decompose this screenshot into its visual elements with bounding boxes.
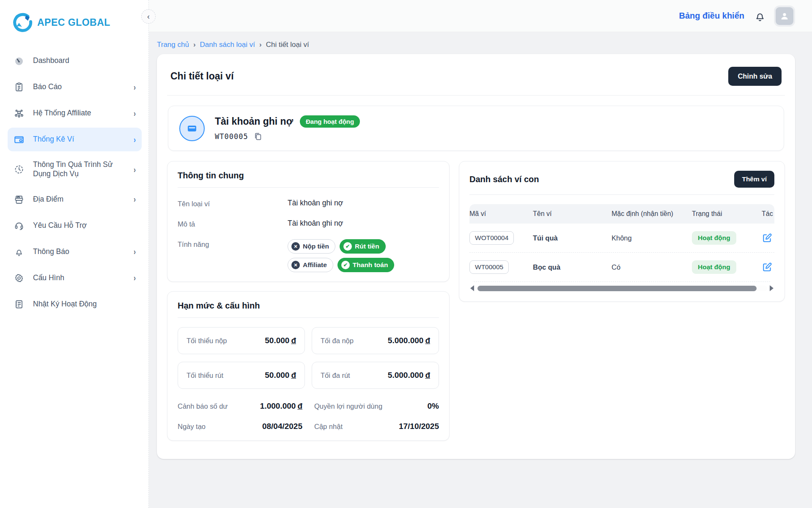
subwallets-table: Mã ví Tên ví Mặc định (nhận tiền) Trạng … — [469, 204, 774, 282]
limits-config-panel: Hạn mức & cấu hình Tối thiểu nộp 50.000đ… — [167, 291, 450, 441]
info-label: Tên loại ví — [178, 199, 288, 208]
breadcrumb-wallet-list-link[interactable]: Danh sách loại ví — [200, 41, 255, 49]
sidebar-item-cau-hinh[interactable]: Cấu Hình › — [8, 266, 142, 290]
scroll-right-arrow[interactable] — [770, 285, 774, 291]
limit-boxes: Tối thiểu nộp 50.000đ Tối đa nộp 5.000.0… — [178, 327, 439, 389]
edit-button[interactable]: Chỉnh sửa — [728, 67, 782, 86]
wallet-detail-card: Chi tiết loại ví Chỉnh sửa Tài khoản ghi… — [157, 54, 795, 459]
bell-icon — [14, 246, 25, 257]
chevron-left-icon: ‹ — [147, 12, 150, 21]
general-info-panel: Thông tin chung Tên loại ví Tài khoản gh… — [167, 161, 450, 282]
info-value: Tài khoản ghi nợ — [288, 219, 343, 228]
right-column: Danh sách ví con Thêm ví Mã ví Tên ví Mặ… — [459, 161, 785, 302]
scroll-left-arrow[interactable] — [470, 285, 474, 291]
content-columns: Thông tin chung Tên loại ví Tài khoản gh… — [167, 161, 785, 441]
clipboard-icon — [14, 82, 25, 93]
main-area: Bảng điều khiển Trang chủ › Danh sách lo… — [149, 0, 812, 508]
info-row-name: Tên loại ví Tài khoản ghi nợ — [178, 199, 439, 208]
subwallets-title: Danh sách ví con — [469, 175, 539, 184]
add-wallet-button[interactable]: Thêm ví — [734, 171, 774, 188]
breadcrumb-home-link[interactable]: Trang chủ — [157, 41, 189, 49]
chevron-right-icon: › — [134, 82, 136, 93]
limit-box-max-withdraw: Tối đa rút 5.000.000đ — [312, 362, 439, 389]
wallet-icon — [14, 134, 25, 145]
brand-logo-icon — [12, 13, 33, 32]
user-avatar[interactable] — [776, 7, 793, 25]
info-value: Tài khoản ghi nợ — [288, 199, 343, 208]
credit-card-icon — [186, 122, 198, 135]
sidebar-collapse-button[interactable]: ‹ — [141, 9, 156, 24]
network-icon — [14, 108, 25, 119]
info-row-features: Tính năng ✕ Nộp tiền ✔ Rút tiền — [178, 239, 439, 272]
x-circle-icon: ✕ — [291, 242, 300, 251]
sidebar-item-thong-tin-qua-trinh[interactable]: Thông Tin Quá Trình Sử Dụng Dịch Vụ › — [8, 154, 142, 185]
sidebar-item-label: Thông Tin Quá Trình Sử Dụng Dịch Vụ — [33, 160, 125, 179]
sidebar-item-bao-cao[interactable]: Báo Cáo › — [8, 75, 142, 99]
journal-icon — [14, 299, 25, 310]
notifications-bell-icon[interactable] — [754, 10, 766, 22]
sidebar-item-thong-ke-vi[interactable]: Thống Kê Ví › — [8, 128, 142, 151]
breadcrumb-current: Chi tiết loại ví — [266, 41, 309, 49]
wallet-name: Tài khoản ghi nợ — [215, 116, 293, 127]
sidebar-menu: Dashboard Báo Cáo › Hệ Thống Affiliate › — [0, 43, 148, 316]
wallet-summary-card: Tài khoản ghi nợ Đang hoạt động WT00005 — [168, 106, 784, 151]
sidebar-item-yeu-cau-ho-tro[interactable]: Yêu Cầu Hỗ Trợ — [8, 214, 142, 238]
table-row: WT00005 Bọc quà Có Hoạt động — [469, 253, 774, 282]
limit-box-max-deposit: Tối đa nộp 5.000.000đ — [312, 327, 439, 354]
subwallet-name: Túi quà — [533, 227, 612, 250]
edit-pencil-icon[interactable] — [762, 262, 773, 273]
x-circle-icon: ✕ — [291, 261, 300, 269]
brand-logo[interactable]: APEC GLOBAL — [0, 0, 148, 43]
wallet-code-chip: WOT00004 — [469, 231, 514, 245]
clock-icon — [14, 164, 25, 175]
chevron-right-icon: › — [134, 108, 136, 119]
sidebar-item-dia-diem[interactable]: Địa Điểm › — [8, 188, 142, 211]
subwallet-name: Bọc quà — [533, 256, 612, 279]
edit-pencil-icon[interactable] — [762, 232, 773, 243]
config-user-benefit: Quyền lợi người dùng 0% — [308, 401, 439, 411]
column-header: Mã ví — [469, 204, 533, 224]
sidebar-item-thong-bao[interactable]: Thông Báo › — [8, 240, 142, 264]
sidebar-item-label: Thống Kê Ví — [33, 135, 125, 144]
page-title: Chi tiết loại ví — [170, 71, 234, 82]
status-badge: Hoạt động — [692, 231, 736, 245]
subwallet-default: Không — [612, 227, 692, 250]
topbar-dashboard-link[interactable]: Bảng điều khiển — [679, 11, 744, 21]
feature-badge-withdraw: ✔ Rút tiền — [340, 239, 386, 254]
feature-badge-payment: ✔ Thanh toán — [337, 258, 395, 272]
wallet-code: WT00005 — [215, 132, 248, 141]
currency-symbol: đ — [425, 371, 430, 380]
sidebar-item-nhat-ky-hoat-dong[interactable]: Nhật Ký Hoạt Động — [8, 292, 142, 316]
chevron-right-icon: › — [134, 194, 136, 205]
scrollbar-track[interactable] — [477, 286, 767, 291]
gauge-icon — [14, 55, 25, 66]
topbar: Bảng điều khiển — [149, 0, 812, 32]
sidebar-item-label: Cấu Hình — [33, 273, 125, 283]
scrollbar-thumb[interactable] — [477, 286, 757, 291]
copy-icon[interactable] — [253, 132, 263, 141]
sidebar-item-he-thong-affiliate[interactable]: Hệ Thống Affiliate › — [8, 101, 142, 125]
feature-badges: ✕ Nộp tiền ✔ Rút tiền — [288, 239, 394, 272]
card-header: Chi tiết loại ví Chỉnh sửa — [167, 65, 785, 96]
storefront-icon — [14, 194, 25, 205]
info-row-description: Mô tả Tài khoản ghi nợ — [178, 219, 439, 228]
sidebar-item-label: Nhật Ký Hoạt Động — [33, 300, 136, 309]
headset-icon — [14, 220, 25, 231]
check-circle-icon: ✔ — [343, 242, 352, 251]
left-column: Thông tin chung Tên loại ví Tài khoản gh… — [167, 161, 450, 441]
breadcrumb: Trang chủ › Danh sách loại ví › Chi tiết… — [149, 32, 812, 54]
gear-icon — [14, 273, 25, 284]
sidebar-item-dashboard[interactable]: Dashboard — [8, 49, 142, 73]
sidebar-item-label: Yêu Cầu Hỗ Trợ — [33, 221, 136, 230]
column-header: Tác vụ — [762, 204, 774, 224]
currency-symbol: đ — [291, 336, 296, 345]
info-label: Tính năng — [178, 239, 288, 249]
sidebar-item-label: Dashboard — [33, 56, 136, 66]
table-row: WOT00004 Túi quà Không Hoạt động — [469, 224, 774, 253]
feature-badge-deposit: ✕ Nộp tiền — [288, 239, 335, 254]
check-circle-icon: ✔ — [341, 261, 350, 269]
brand-name: APEC GLOBAL — [37, 17, 110, 28]
sidebar: APEC GLOBAL Dashboard Báo Cáo › — [0, 0, 149, 508]
chevron-right-icon: › — [134, 134, 136, 145]
chevron-right-icon: › — [134, 164, 136, 175]
